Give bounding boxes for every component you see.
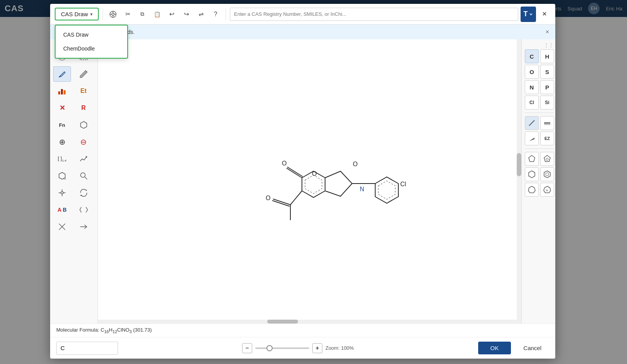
svg-line-41 [287, 167, 303, 177]
carbon-button[interactable]: C [525, 49, 539, 63]
pentagon-aromatic-button[interactable] [540, 152, 554, 166]
heptagon-aromatic-button[interactable]: n [540, 183, 554, 197]
clean-tool[interactable] [53, 185, 71, 201]
fn-tool[interactable]: Fn [53, 117, 71, 133]
wedge-bond-button[interactable] [525, 131, 539, 145]
draw-mode-dropdown[interactable]: CAS Draw ▾ [55, 8, 99, 20]
search-tool[interactable] [75, 168, 93, 184]
right-tools-panel: ⋮⋮ C H O S N P Cl Si [521, 39, 555, 324]
ez-bond-button[interactable]: EZ [540, 131, 554, 145]
target-icon-btn[interactable] [107, 8, 119, 20]
dialog-close-button[interactable]: × [538, 8, 551, 20]
magnify-icon [79, 171, 88, 180]
molecule-svg: O N Cl [190, 101, 429, 263]
svg-marker-49 [529, 171, 535, 178]
benzene-button[interactable] [540, 167, 554, 181]
nitrogen-label: N [530, 84, 534, 91]
help-button[interactable]: ? [209, 8, 222, 20]
svg-marker-27 [325, 171, 352, 196]
svg-marker-47 [544, 155, 550, 162]
toolbar-separator-2 [226, 8, 226, 20]
heptagon-aromatic-icon: n [543, 185, 552, 194]
bracket2-icon [78, 205, 89, 214]
formula-label: Molecular Formula: C16H12ClNO3 (301.73) [56, 327, 152, 333]
oxygen-button[interactable]: O [525, 65, 539, 79]
remove-atom-tool[interactable]: ⊖ [75, 134, 93, 150]
ok-button[interactable]: OK [478, 342, 511, 354]
molecule-canvas[interactable]: O N Cl [98, 39, 521, 324]
svg-marker-12 [81, 121, 87, 128]
bracket-icon: [ ]1-4 [58, 155, 66, 162]
ez-label: EZ [544, 136, 550, 141]
bracket-tool[interactable]: [ ]1-4 [53, 151, 71, 167]
svg-line-40 [287, 168, 302, 178]
svg-rect-11 [64, 90, 66, 94]
hscroll-thumb[interactable] [267, 320, 298, 324]
chemdoodle-option[interactable]: ChemDoodle [56, 42, 127, 56]
silicon-button[interactable]: Si [540, 96, 554, 110]
heptagon-button[interactable] [525, 183, 539, 197]
copy-button[interactable]: ⧉ [136, 8, 148, 20]
phosphorus-button[interactable]: P [540, 80, 554, 94]
single-bond-button[interactable] [525, 116, 539, 130]
cancel-button[interactable]: Cancel [516, 342, 549, 354]
ab-label: A B [57, 207, 67, 213]
plus-icon: + [315, 345, 319, 352]
silicon-label: Si [545, 100, 549, 105]
add-atom-tool[interactable]: ⊕ [53, 134, 71, 150]
zoom-label: Zoom: 100% [325, 345, 354, 351]
draw-tool[interactable] [53, 66, 71, 82]
benzene-icon [543, 170, 552, 179]
cas-draw-option[interactable]: CAS Draw [56, 28, 127, 42]
r-group-tool[interactable]: R [75, 100, 93, 116]
pencil-icon [79, 69, 88, 79]
draw-bond-tool[interactable] [75, 66, 93, 82]
vertical-scrollbar[interactable] [517, 39, 521, 324]
bold-bond-button[interactable] [540, 116, 554, 130]
text-tool[interactable]: A B [53, 202, 71, 217]
minus-icon: − [245, 345, 249, 352]
paste-button[interactable]: 📋 [151, 8, 163, 20]
svg-text:O: O [353, 161, 357, 167]
zoom-out-button[interactable]: − [242, 343, 252, 353]
bracket2-tool[interactable] [75, 202, 93, 217]
svg-marker-52 [528, 186, 535, 193]
erase-tool[interactable]: ✕ [53, 100, 71, 116]
chlorine-label: Cl [529, 100, 534, 105]
info-close-button[interactable]: × [546, 29, 549, 35]
question-icon: ? [214, 11, 217, 18]
left-tools-panel: ⋮⋮ [50, 39, 98, 324]
svg-text:cl: cl [64, 177, 66, 180]
pentagon-button[interactable] [525, 152, 539, 166]
atom-input[interactable] [56, 342, 118, 355]
sulfur-button[interactable]: S [540, 65, 554, 79]
nitrogen-button[interactable]: N [525, 80, 539, 94]
cut-button[interactable]: ✂ [121, 8, 134, 20]
diag-arrow-tool[interactable] [53, 219, 71, 234]
horizontal-scrollbar[interactable] [98, 320, 521, 324]
structure-search-input[interactable] [230, 8, 518, 21]
hydrogen-button[interactable]: H [540, 49, 554, 63]
chlorine-button[interactable]: Cl [525, 96, 539, 110]
cyclo-tool[interactable]: cl [53, 168, 71, 184]
et-tool[interactable]: Et [75, 83, 93, 99]
zoom-slider[interactable] [255, 347, 309, 349]
svg-point-15 [81, 173, 85, 177]
scroll-thumb[interactable] [517, 153, 521, 176]
wrench-icon [57, 188, 67, 197]
hexagon-button[interactable] [525, 167, 539, 181]
svg-text:O: O [312, 170, 317, 177]
chart-tool[interactable] [53, 83, 71, 99]
bold-bond-icon [543, 118, 552, 128]
arrow-tool[interactable] [75, 219, 93, 234]
undo-button[interactable]: ↩ [165, 8, 178, 20]
rotate-tool[interactable] [75, 185, 93, 201]
zoom-in-button[interactable]: + [312, 343, 322, 353]
chevron-down-icon: ▾ [90, 12, 93, 17]
plus-circle-icon: ⊕ [59, 137, 66, 147]
trend-tool[interactable] [75, 151, 93, 167]
redo-button[interactable]: ↪ [180, 8, 192, 20]
settings-button[interactable]: ⇌ [195, 8, 207, 20]
ring-tool[interactable] [75, 117, 93, 133]
text-structure-button[interactable]: T [521, 7, 536, 22]
